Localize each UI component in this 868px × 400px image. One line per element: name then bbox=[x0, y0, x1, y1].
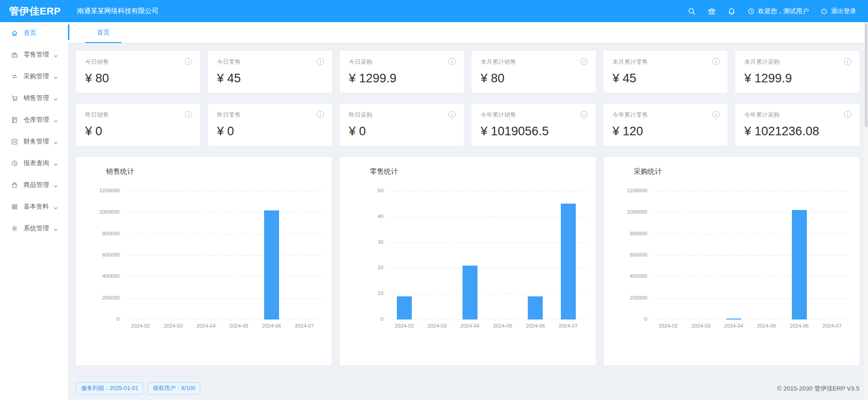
chart-card: 采购统计120000010000008000006000004000002000… bbox=[604, 157, 859, 365]
chart-ytick-label: 1000000 bbox=[604, 209, 647, 214]
chart-gridline bbox=[124, 276, 321, 277]
system-icon bbox=[11, 225, 18, 232]
chart-title: 采购统计 bbox=[634, 167, 662, 176]
chart-xtick-label: 2024-03 bbox=[157, 323, 189, 329]
bell-icon[interactable] bbox=[728, 7, 736, 15]
tab-home[interactable]: 首页 bbox=[85, 22, 121, 43]
stat-card-value: ¥ 0 bbox=[85, 124, 191, 138]
info-icon[interactable]: i bbox=[185, 58, 192, 65]
header-actions: 欢迎您，测试用户 退出登录 bbox=[688, 7, 868, 15]
stat-card-value: ¥ 120 bbox=[612, 124, 719, 138]
info-icon[interactable]: i bbox=[580, 58, 588, 65]
info-icon[interactable]: i bbox=[185, 111, 192, 118]
sidebar-item-label: 首页 bbox=[24, 29, 36, 37]
chart-gridline bbox=[652, 234, 849, 234]
logout-label: 退出登录 bbox=[831, 7, 856, 15]
sidebar-item-label: 采购管理 bbox=[24, 72, 49, 81]
stat-card: 本月累计采购i¥ 1299.9 bbox=[735, 51, 859, 93]
chart-ytick-label: 1000000 bbox=[76, 209, 120, 214]
stat-card-label: 昨日采购 bbox=[349, 111, 455, 119]
welcome-text: 欢迎您，测试用户 bbox=[758, 7, 809, 15]
chart-xtick-label: 2024-06 bbox=[255, 323, 288, 329]
chevron-down-icon bbox=[53, 96, 58, 100]
user-menu[interactable]: 欢迎您，测试用户 bbox=[747, 7, 809, 15]
chart-xtick-label: 2024-03 bbox=[421, 323, 453, 329]
chart-xtick-label: 2024-07 bbox=[815, 323, 848, 329]
sidebar-item-purchase[interactable]: 采购管理 bbox=[0, 66, 68, 87]
info-icon[interactable]: i bbox=[712, 111, 719, 118]
info-icon[interactable]: i bbox=[580, 111, 588, 118]
stat-card: 今日零售i¥ 45 bbox=[208, 51, 332, 93]
chart-ytick-label: 400000 bbox=[76, 273, 120, 279]
stat-card: 今年累计采购i¥ 1021236.08 bbox=[735, 104, 859, 146]
chart-gridline bbox=[388, 191, 584, 191]
info-icon[interactable]: i bbox=[317, 58, 324, 65]
tab-home-label: 首页 bbox=[97, 29, 110, 36]
purchase-icon bbox=[11, 73, 18, 80]
warehouse-icon bbox=[11, 116, 18, 124]
stat-card-value: ¥ 1021236.08 bbox=[744, 124, 850, 138]
chart-gridline bbox=[652, 276, 849, 277]
chart-ytick-label: 50 bbox=[340, 188, 383, 193]
chart-gridline bbox=[124, 319, 321, 320]
stat-card-value: ¥ 1299.9 bbox=[744, 71, 850, 86]
chart-gridline bbox=[652, 255, 849, 256]
chart-xtick-label: 2024-06 bbox=[783, 323, 815, 329]
stat-card-label: 昨日销售 bbox=[85, 111, 191, 119]
chart-gridline bbox=[124, 212, 321, 213]
sidebar-item-sales[interactable]: 销售管理 bbox=[0, 87, 68, 109]
chart-gridline bbox=[652, 319, 849, 320]
chart-card: 零售统计504030201002024-022024-032024-042024… bbox=[340, 157, 595, 365]
sidebar-item-basedata[interactable]: 基本资料 bbox=[0, 196, 68, 218]
info-icon[interactable]: i bbox=[844, 111, 851, 118]
chevron-down-icon bbox=[53, 205, 58, 209]
page-footer: 服务到期：2025-01-01 授权用户：8/100 © 2015-2030 管… bbox=[76, 376, 859, 395]
sidebar-item-warehouse[interactable]: 仓库管理 bbox=[0, 109, 68, 131]
info-icon[interactable]: i bbox=[712, 58, 719, 65]
sidebar-item-goods[interactable]: 商品管理 bbox=[0, 174, 68, 196]
sidebar-item-label: 财务管理 bbox=[24, 138, 49, 146]
stat-card: 今年累计销售i¥ 1019056.5 bbox=[472, 104, 596, 146]
logout-button[interactable]: 退出登录 bbox=[820, 7, 856, 15]
licensed-users-badge: 授权用户：8/100 bbox=[148, 382, 200, 395]
sidebar-item-system[interactable]: 系统管理 bbox=[0, 218, 68, 239]
chevron-down-icon bbox=[53, 161, 58, 166]
chevron-down-icon bbox=[53, 52, 58, 57]
info-icon[interactable]: i bbox=[448, 111, 456, 118]
search-icon[interactable] bbox=[688, 7, 696, 15]
page-scrollbar[interactable] bbox=[864, 22, 868, 400]
stat-card-label: 本月累计销售 bbox=[481, 58, 587, 66]
bar bbox=[463, 266, 477, 319]
chart-gridline bbox=[652, 191, 849, 191]
sidebar-item-retail[interactable]: 零售管理 bbox=[0, 44, 68, 66]
info-icon[interactable]: i bbox=[317, 111, 324, 118]
sales-icon bbox=[11, 95, 18, 102]
info-icon[interactable]: i bbox=[448, 58, 456, 65]
bar bbox=[528, 296, 543, 319]
app-header: 管伊佳ERP 南通某某网络科技有限公司 欢迎您，测试用户 退出登录 bbox=[0, 0, 868, 22]
chart-gridline bbox=[388, 319, 584, 320]
chart-ytick-label: 800000 bbox=[604, 231, 647, 236]
sidebar-item-home[interactable]: 首页 bbox=[0, 22, 68, 44]
bank-icon[interactable] bbox=[708, 7, 716, 15]
chart-card: 销售统计120000010000008000006000004000002000… bbox=[76, 157, 332, 365]
info-icon[interactable]: i bbox=[844, 58, 851, 65]
chart-gridline bbox=[388, 217, 584, 217]
sidebar-item-report[interactable]: 报表查询 bbox=[0, 152, 68, 174]
stat-card-label: 今日销售 bbox=[85, 58, 191, 66]
chart-gridline bbox=[124, 255, 321, 256]
chart-xtick-label: 2024-07 bbox=[288, 323, 321, 329]
charts-row: 销售统计120000010000008000006000004000002000… bbox=[76, 157, 859, 365]
stat-card-label: 本月累计零售 bbox=[612, 58, 719, 66]
scrollbar-thumb[interactable] bbox=[865, 23, 868, 127]
basedata-icon bbox=[11, 203, 18, 210]
clock-icon bbox=[747, 8, 755, 15]
home-icon bbox=[11, 29, 18, 37]
sidebar-item-finance[interactable]: 财务管理 bbox=[0, 131, 68, 152]
chevron-down-icon bbox=[53, 226, 58, 231]
tab-bar: 首页 bbox=[68, 22, 868, 43]
stat-card-label: 本月累计采购 bbox=[744, 58, 850, 66]
chart-ytick-label: 30 bbox=[340, 239, 383, 245]
stat-card-label: 今年累计销售 bbox=[481, 111, 587, 119]
sidebar-item-label: 零售管理 bbox=[24, 51, 49, 59]
